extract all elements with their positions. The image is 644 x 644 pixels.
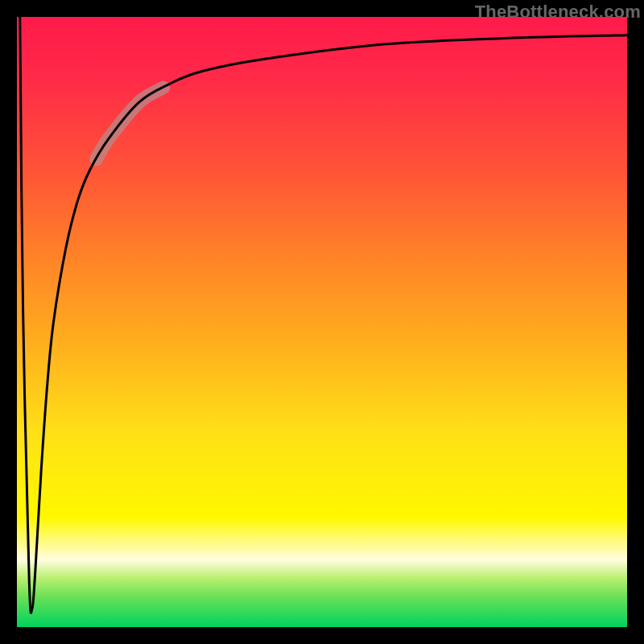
- bottleneck-curve: [20, 17, 627, 613]
- plot-area: [17, 17, 627, 627]
- chart-stage: TheBottleneck.com: [0, 0, 644, 644]
- curve-layer: [17, 17, 627, 627]
- uncertainty-band: [97, 88, 163, 159]
